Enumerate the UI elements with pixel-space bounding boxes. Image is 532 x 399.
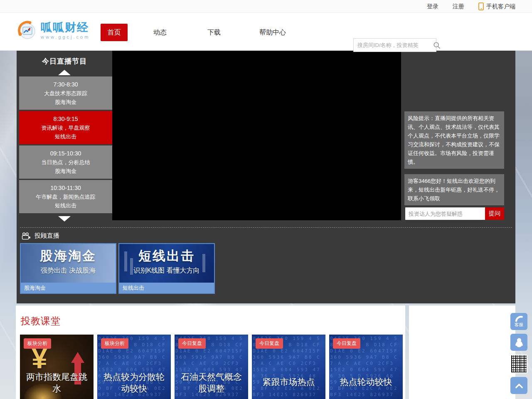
qr-pattern (511, 355, 527, 372)
edu-card-title: 热点轮动较快 (332, 376, 400, 388)
schedule-time: 7:30-8:30 (19, 80, 112, 89)
candlestick-decor (130, 258, 133, 275)
qq-penguin-icon (515, 337, 524, 347)
chat-welcome-message: 游客3466您好！短线出击欢迎您的到来，短线出击新年钜惠，好礼送不停，联系小飞领… (404, 174, 504, 205)
site-logo[interactable]: 呱呱财经 www.ggcj.com (17, 20, 90, 40)
schedule-scroll-up-icon[interactable] (58, 70, 71, 75)
schedule-scroll-down-icon[interactable] (58, 216, 71, 222)
customer-service-button[interactable]: 客服 (510, 313, 527, 330)
video-player[interactable] (112, 51, 401, 220)
edu-card[interactable]: 04E25 360 159 4 58 A7 9 C B D18 CF D1AE … (175, 335, 248, 399)
edu-card[interactable]: 04E25 360 159 4 58 A7 9 C B D18 CF D1AE … (252, 335, 325, 399)
edu-card[interactable]: 板块分析 ¥ 两市指数尾盘跳水 (20, 335, 94, 399)
logo-icon (17, 20, 37, 40)
advisor-live-title: 投顾直播 (34, 232, 59, 240)
phone-handset-icon (515, 316, 523, 322)
schedule-desc: 午市解盘，新闻热点追踪 (19, 192, 112, 201)
ask-button[interactable]: 提问 (485, 207, 504, 220)
edu-card-badge: 今日复盘 (178, 338, 206, 349)
nav-home[interactable]: 首页 (101, 24, 128, 41)
side-ad-panel (409, 305, 515, 399)
edu-card-title: 石油天然气概念股调整 (177, 371, 246, 394)
advisor-card-title: 股海淘金 (21, 247, 116, 265)
logo-subtitle: www.ggcj.com (41, 34, 90, 39)
risk-notice: 风险提示：直播间提供的所有相关资讯、个人观点、技术战法等，仅代表其个人观点，不代… (404, 111, 504, 169)
schedule-title: 今日直播节目 (17, 57, 112, 66)
advisor-card-subtitle: 识别K线图 看懂大方向 (119, 266, 214, 275)
advisor-card-label: 短线出击 (119, 283, 214, 293)
site-header: 呱呱财经 www.ggcj.com 首页 动态 下载 帮助中心 (0, 13, 532, 51)
schedule-time: 10:30-11:30 (19, 184, 112, 192)
schedule-desc: 大盘技术形态跟踪 (19, 89, 112, 98)
edu-card-title: 紧跟市场热点 (254, 376, 323, 388)
edu-card-row: 板块分析 ¥ 两市指数尾盘跳水 04E25 360 159 4 58 A7 9 … (20, 335, 403, 399)
floating-toolbar: 客服 (510, 313, 528, 394)
schedule-item-active[interactable]: 8:30-9:15 资讯解读，早盘观察 短线出击 (19, 111, 112, 144)
schedule-desc: 当日热点，分析总结 (19, 158, 112, 167)
ask-input[interactable] (405, 207, 485, 220)
advisor-live-header: 投顾直播 (22, 232, 59, 240)
customer-service-label: 客服 (515, 322, 524, 327)
edu-card[interactable]: 04E25 360 159 4 58 A7 9 C B D18 CF D1AE … (97, 335, 171, 399)
edu-section-title: 投教课堂 (21, 315, 61, 328)
advisor-card-title: 短线出击 (119, 247, 214, 265)
schedule-desc: 资讯解读，早盘观察 (19, 123, 112, 132)
logo-title: 呱呱财经 (41, 21, 90, 34)
top-utility-bar: 登录 注册 手机客户端 (0, 0, 532, 13)
schedule-room: 股海淘金 (19, 98, 112, 106)
edu-card-badge: 板块分析 (24, 338, 51, 349)
video-camera-icon (22, 232, 31, 240)
edu-card-badge: 板块分析 (101, 338, 128, 349)
schedule-room: 短线出击 (19, 201, 112, 210)
candlestick-decor (202, 254, 205, 272)
advisor-card-label: 股海淘金 (21, 283, 116, 293)
chevron-up-icon (515, 383, 523, 392)
advisor-card-short-line[interactable]: 短线出击 识别K线图 看懂大方向 短线出击 (118, 243, 215, 294)
room-search (353, 38, 436, 52)
mobile-phone-icon (478, 2, 484, 10)
up-arrow-decor (71, 352, 84, 363)
edu-card-title: 热点较为分散轮动较快 (100, 371, 168, 394)
register-link[interactable]: 注册 (453, 3, 464, 10)
nav-help-center[interactable]: 帮助中心 (259, 24, 286, 41)
schedule-item[interactable]: 10:30-11:30 午市解盘，新闻热点追踪 短线出击 (19, 180, 112, 213)
login-link[interactable]: 登录 (427, 3, 438, 10)
nav-updates[interactable]: 动态 (153, 24, 167, 41)
dashed-divider (20, 227, 512, 228)
schedule-room: 短线出击 (19, 132, 112, 141)
live-room-section: 今日直播节目 7:30-8:30 大盘技术形态跟踪 股海淘金 8:30-9:15… (17, 51, 515, 303)
mobile-client-link[interactable]: 手机客户端 (478, 2, 515, 10)
schedule-time: 09:15-10:30 (19, 149, 112, 158)
edu-panel: 投教课堂 板块分析 ¥ 两市指数尾盘跳水 04E25 360 159 4 58 … (16, 305, 405, 399)
edu-card[interactable]: 04E25 360 159 4 58 A7 9 C B D18 CF D1AE … (329, 335, 403, 399)
advisor-card-image: 短线出击 识别K线图 看懂大方向 (119, 244, 214, 283)
search-input[interactable] (354, 42, 433, 48)
qr-code[interactable] (510, 355, 527, 373)
schedule-item[interactable]: 09:15-10:30 当日热点，分析总结 股海淘金 (19, 145, 112, 179)
schedule-room: 股海淘金 (19, 167, 112, 175)
search-icon[interactable] (433, 40, 441, 51)
candlestick-decor (124, 251, 127, 271)
edu-card-title: 两市指数尾盘跳水 (22, 371, 91, 394)
edu-card-badge: 今日复盘 (333, 338, 360, 349)
ask-row: 提问 (405, 207, 504, 220)
mobile-client-label: 手机客户端 (486, 3, 515, 10)
advisor-card-subtitle: 强势出击 决战股海 (21, 266, 116, 275)
schedule-item[interactable]: 7:30-8:30 大盘技术形态跟踪 股海淘金 (19, 76, 112, 110)
back-to-top-button[interactable] (510, 377, 527, 394)
advisor-card-image: 股海淘金 强势出击 决战股海 (21, 244, 116, 283)
edu-card-badge: 今日复盘 (256, 338, 283, 349)
schedule-time: 8:30-9:15 (19, 115, 112, 123)
nav-download[interactable]: 下载 (207, 24, 221, 41)
qq-button[interactable] (510, 334, 527, 351)
advisor-card-gold-sea[interactable]: 股海淘金 强势出击 决战股海 股海淘金 (20, 243, 116, 294)
